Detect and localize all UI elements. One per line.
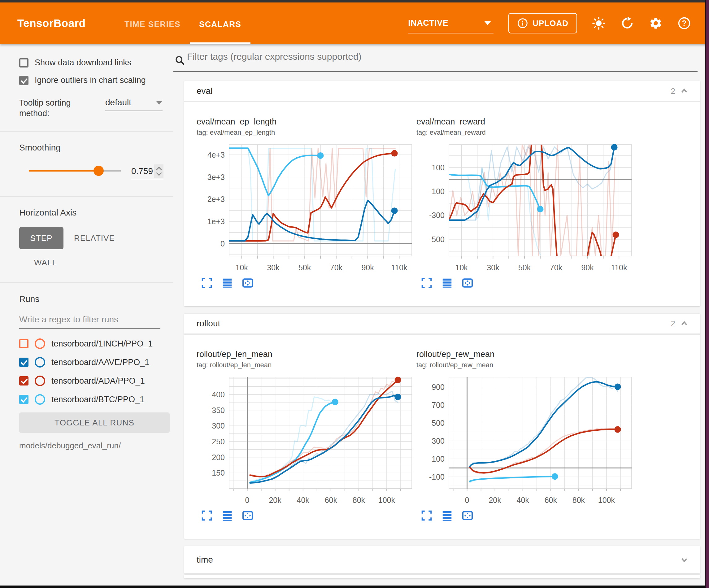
svg-text:10k: 10k [236,263,248,272]
fit-to-domain-icon[interactable] [242,510,254,521]
run-checkbox[interactable] [19,376,28,385]
axis-relative-button[interactable]: RELATIVE [74,233,115,243]
svg-text:0: 0 [245,496,250,504]
data-table-icon[interactable] [221,510,233,521]
chart-actions [416,277,635,289]
run-row-btc: tensorboard/BTC/PPO_1 [19,394,174,405]
run-color-circle[interactable] [35,376,45,386]
run-checkbox[interactable] [19,339,28,348]
axis-step-button[interactable]: STEP [19,227,63,249]
fit-to-domain-icon[interactable] [462,277,473,289]
smoothing-label: Smoothing [19,143,174,153]
fullscreen-icon[interactable] [421,277,432,289]
svg-text:-300: -300 [429,211,445,220]
runs-heading: Runs [19,294,174,304]
show-download-links-checkbox[interactable] [19,58,28,68]
time-section-card[interactable]: time [184,546,700,573]
fit-to-domain-icon[interactable] [242,277,254,289]
show-download-links-label: Show data download links [35,58,131,68]
chart-title: rollout/ep_len_mean [196,350,415,359]
svg-text:4e+3: 4e+3 [207,151,225,159]
upload-button[interactable]: UPLOAD [508,13,577,33]
chart-title: eval/mean_reward [416,117,635,127]
window-right-edge [705,0,709,588]
slider-thumb[interactable] [94,165,104,176]
svg-text:100k: 100k [598,496,615,504]
eval-section-card: eval 2 eval/mean_ep_length tag: eval/mea… [184,81,700,306]
svg-text:20k: 20k [489,496,501,504]
run-color-circle[interactable] [35,394,45,405]
smoothing-value: 0.759 [131,166,154,176]
window-bottom-edge [0,586,709,588]
number-stepper[interactable] [154,164,163,178]
run-row-1inch: tensorboard/1INCH/PPO_1 [19,338,174,349]
svg-text:-100: -100 [429,472,445,481]
refresh-icon[interactable] [621,17,634,30]
smoothing-value-field[interactable]: 0.759 [131,164,163,179]
run-color-circle[interactable] [35,357,45,367]
tab-scalars[interactable]: SCALARS [190,2,251,44]
chart-rollout-ep-len-mean[interactable]: 150200250300350400020k40k60k80k100k [196,373,415,506]
fullscreen-icon[interactable] [201,277,213,289]
settings-gear-icon[interactable] [649,17,662,30]
chart-block-eval-mean-ep-length: eval/mean_ep_length tag: eval/mean_ep_le… [196,117,415,289]
help-icon[interactable]: ? [677,17,691,30]
next-section-card-partial [184,575,700,579]
chart-block-rollout-ep-len-mean: rollout/ep_len_mean tag: rollout/ep_len_… [196,350,415,521]
rollout-section-card: rollout 2 rollout/ep_len_mean tag: rollo… [184,314,700,539]
svg-text:80k: 80k [352,496,365,504]
tag-filter-input[interactable] [187,51,698,66]
chart-tag: tag: rollout/ep_rew_mean [416,361,635,369]
chart-eval-mean-reward[interactable]: 100-100-300-50010k30k50k70k90k110k [416,140,635,274]
brightness-icon[interactable] [592,17,606,30]
fullscreen-icon[interactable] [201,510,213,521]
status-dropdown[interactable]: INACTIVE [408,13,494,33]
chevron-up-icon[interactable] [680,86,689,96]
tooltip-sorting-dropdown[interactable]: default [105,98,162,111]
ignore-outliers-checkbox[interactable] [19,76,28,85]
data-table-icon[interactable] [441,510,453,521]
info-icon [517,18,528,29]
tooltip-sorting-value: default [105,98,131,107]
sidebar-divider [0,196,174,197]
svg-text:0: 0 [220,239,225,248]
run-checkbox[interactable] [19,358,28,367]
svg-text:100k: 100k [378,496,395,504]
chart-eval-mean-ep-length[interactable]: 01e+32e+33e+34e+310k30k50k70k90k110k [196,140,415,274]
chart-tag: tag: rollout/ep_len_mean [196,361,415,369]
run-row-ada: tensorboard/ADA/PPO_1 [19,375,174,386]
settings-sidebar: Show data download links Ignore outliers… [0,44,174,586]
section-chart-count: 2 [671,319,675,329]
chart-actions [196,510,415,521]
slider-fill [29,170,99,172]
chart-tag: tag: eval/mean_ep_length [196,128,415,136]
chevron-up-icon[interactable] [680,319,689,328]
svg-text:500: 500 [431,419,445,427]
tooltip-sorting-label: Tooltip sorting method: [19,98,97,119]
chart-rollout-ep-rew-mean[interactable]: -100100300500700900020k40k60k80k100k [416,373,635,506]
data-table-icon[interactable] [221,277,233,289]
chevron-down-icon[interactable] [680,555,689,564]
app-title: TensorBoard [17,2,86,44]
svg-text:350: 350 [212,406,225,415]
svg-text:200: 200 [212,453,225,462]
run-color-circle[interactable] [35,338,45,349]
fit-to-domain-icon[interactable] [462,510,473,521]
svg-text:60k: 60k [545,496,557,504]
section-header-rollout[interactable]: rollout 2 [184,314,700,335]
tab-time-series[interactable]: TIME SERIES [115,2,190,44]
svg-text:70k: 70k [550,263,562,272]
toggle-all-runs-button[interactable]: TOGGLE ALL RUNS [19,412,170,433]
svg-text:50k: 50k [298,263,311,272]
upload-label: UPLOAD [532,19,569,28]
axis-wall-button[interactable]: WALL [34,258,174,267]
data-table-icon[interactable] [441,277,453,289]
runs-regex-input[interactable] [19,314,160,329]
fullscreen-icon[interactable] [421,510,432,521]
section-header-eval[interactable]: eval 2 [184,81,700,102]
svg-text:30k: 30k [487,263,499,272]
svg-text:300: 300 [212,421,225,430]
run-checkbox[interactable] [19,395,28,404]
stepper-down-icon[interactable] [156,170,162,176]
svg-text:90k: 90k [361,263,374,272]
